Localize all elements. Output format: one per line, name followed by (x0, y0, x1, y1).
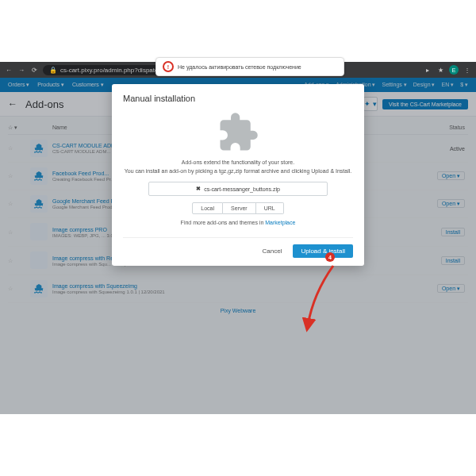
profile-avatar[interactable]: E (449, 65, 459, 75)
share-icon[interactable]: ▸ (424, 67, 432, 74)
network-error-toast: ! Не удалось активировать сетевое подклю… (155, 57, 344, 76)
upload-install-button[interactable]: Upload & install (293, 244, 353, 258)
tab-url[interactable]: URL (256, 202, 284, 214)
puzzle-icon (123, 111, 353, 154)
nav-forward-icon[interactable]: → (17, 67, 25, 74)
error-icon: ! (163, 61, 174, 72)
tab-local[interactable]: Local (192, 202, 223, 214)
modal-text-2: You can install an add-on by picking a t… (123, 167, 353, 176)
manual-install-modal: Manual installation Add-ons extend the f… (112, 84, 364, 266)
filename: cs-cart-messanger_buttons.zip (204, 186, 280, 192)
cancel-button[interactable]: Cancel (256, 245, 289, 257)
lock-icon: 🔒 (49, 67, 57, 74)
menu-icon[interactable]: ⋮ (463, 67, 471, 74)
selected-file: ✖ cs-cart-messanger_buttons.zip (148, 182, 328, 196)
source-tabs: Local Server URL (123, 202, 353, 214)
marketplace-link[interactable]: Marketplace (265, 220, 295, 225)
nav-reload-icon[interactable]: ⟳ (30, 67, 38, 74)
toast-text: Не удалось активировать сетевое подключе… (178, 64, 301, 70)
app-area: Orders ▾ Products ▾ Customers ▾ Add-ons … (0, 78, 476, 414)
modal-title: Manual installation (123, 94, 353, 103)
nav-back-icon[interactable]: ← (5, 67, 13, 74)
find-more: Find more add-ons and themes in Marketpl… (123, 219, 353, 228)
modal-text-1: Add-ons extend the functionality of your… (123, 159, 353, 167)
bookmark-icon[interactable]: ★ (436, 67, 444, 74)
annotation-badge: 4 (325, 252, 335, 262)
remove-file-icon[interactable]: ✖ (196, 186, 201, 192)
tab-server[interactable]: Server (223, 202, 256, 214)
